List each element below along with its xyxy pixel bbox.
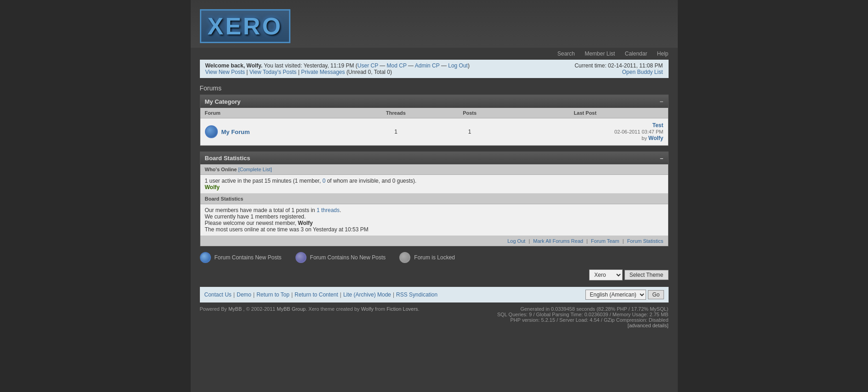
theme-selector-area: Xero Default Select Theme: [200, 269, 669, 280]
collapse-button[interactable]: –: [660, 98, 664, 105]
search-link[interactable]: Search: [557, 50, 575, 57]
legend-locked-label: Forum is Locked: [414, 254, 455, 261]
category-header: My Category –: [200, 95, 668, 108]
stats-collapse-button[interactable]: –: [660, 155, 663, 162]
theme-select[interactable]: Xero Default: [589, 269, 623, 280]
sql-queries-text: SQL Queries: 9 / Global Parsing Time: 0.…: [497, 312, 669, 317]
last-visited: You last visited: Yesterday, 11:19 PM: [264, 62, 354, 69]
new-posts-icon: [200, 252, 211, 263]
legend-area: Forum Contains New Posts Forum Contains …: [200, 252, 669, 263]
stats-title: Board Statistics: [205, 155, 250, 162]
language-select[interactable]: English (American) English (UK): [585, 290, 646, 300]
open-buddy-list-link[interactable]: Open Buddy List: [622, 69, 663, 75]
powered-by-text: Powered By: [200, 306, 227, 312]
welcome-left: Welcome back, Wolfy. You last visited: Y…: [205, 62, 470, 75]
stats-footer: Log Out | Mark All Forums Read | Forum T…: [200, 236, 668, 246]
memberlist-link[interactable]: Member List: [584, 50, 615, 57]
welcome-bar: Welcome back, Wolfy. You last visited: Y…: [200, 60, 669, 78]
legend-new-label: Forum Contains New Posts: [215, 254, 282, 261]
logout-link-footer[interactable]: Log Out: [507, 238, 525, 244]
last-post-date: 02-06-2011 03:47 PM: [614, 129, 663, 134]
table-row: My Forum 1 1 Test 02-06-2011 03:47 PM by…: [200, 118, 668, 146]
locked-icon: [399, 252, 410, 263]
php-info-text: PHP version: 5.2.15 / Server Load: 4.54 …: [497, 317, 669, 323]
legend-new-posts: Forum Contains New Posts: [200, 252, 282, 263]
from-text: from: [375, 306, 385, 312]
stats-newest-text: Please welcome our newest member,: [205, 220, 296, 226]
forum-new-icon: [205, 125, 218, 138]
demo-link[interactable]: Demo: [237, 291, 251, 298]
mark-all-read-link[interactable]: Mark All Forums Read: [533, 238, 583, 244]
last-post-by-label: by: [641, 135, 648, 141]
forum-name-link[interactable]: My Forum: [221, 129, 250, 135]
xero-theme-text: Xero theme created by: [308, 306, 359, 312]
online-user-link[interactable]: Wolfy: [205, 184, 220, 190]
newest-member-link[interactable]: Wolfy: [298, 220, 312, 226]
category-title: My Category: [205, 98, 241, 105]
forum-posts-count: 1: [437, 118, 502, 146]
col-threads: Threads: [355, 108, 437, 118]
rss-link[interactable]: RSS Syndication: [396, 291, 437, 298]
server-info: Generated in 0.0339458 seconds (82.28% P…: [497, 306, 669, 328]
return-to-top-link[interactable]: Return to Top: [256, 291, 289, 298]
forums-heading: Forums: [200, 84, 669, 92]
col-posts: Posts: [437, 108, 502, 118]
calendar-link[interactable]: Calendar: [625, 50, 647, 57]
stats-header: Board Statistics –: [200, 152, 668, 164]
language-selector-area: English (American) English (UK) Go: [585, 290, 664, 300]
view-todays-posts-link[interactable]: View Today's Posts: [250, 69, 297, 75]
admincp-link[interactable]: Admin CP: [415, 62, 440, 69]
forum-last-post: Test 02-06-2011 03:47 PM by Wolfy: [502, 118, 668, 146]
go-button[interactable]: Go: [648, 290, 664, 299]
welcome-text: Welcome back, Wolfy.: [205, 62, 263, 69]
forum-name-cell: My Forum: [200, 118, 355, 146]
help-link[interactable]: Help: [657, 50, 669, 57]
pm-count: (Unread 0, Total 0): [346, 69, 392, 75]
lite-mode-link[interactable]: Lite (Archive) Mode: [343, 291, 391, 298]
generated-text: Generated in 0.0339458 seconds (82.28% P…: [497, 306, 669, 312]
wolfy-link[interactable]: Wolfy: [361, 306, 374, 312]
whos-online-label: Who's Online: [205, 167, 237, 172]
forum-team-link[interactable]: Forum Team: [591, 238, 619, 244]
footer-links-left: Contact Us | Demo | Return to Top | Retu…: [204, 291, 438, 298]
top-navigation: Search Member List Calendar Help: [191, 48, 678, 60]
board-stats-block: Board Statistics – Who's Online [Complet…: [200, 151, 669, 246]
stats-maxusers-text: The most users online at one time was 3 …: [205, 226, 369, 233]
current-time: Current time: 02-14-2011, 11:08 PM: [574, 62, 663, 69]
no-new-posts-icon: [295, 252, 306, 263]
bottom-info: Powered By MyBB , © 2002-2011 MyBB Group…: [200, 306, 669, 328]
col-lastpost: Last Post: [502, 108, 668, 118]
return-to-content-link[interactable]: Return to Content: [295, 291, 338, 298]
current-time-area: Current time: 02-14-2011, 11:08 PM Open …: [574, 62, 663, 75]
threads-link[interactable]: 1 threads: [317, 207, 340, 213]
legend-no-new-posts: Forum Contains No New Posts: [295, 252, 386, 263]
stats-posts-text: Our members have made a total of 1 posts…: [205, 207, 315, 213]
forum-threads-count: 1: [355, 118, 437, 146]
last-post-user-link[interactable]: Wolfy: [648, 135, 663, 141]
select-theme-button[interactable]: Select Theme: [624, 270, 669, 280]
modcp-link[interactable]: Mod CP: [387, 62, 407, 69]
logout-link-top[interactable]: Log Out: [448, 62, 468, 69]
contact-us-link[interactable]: Contact Us: [204, 291, 232, 298]
mybb-group-link[interactable]: MyBB Group: [277, 306, 306, 312]
footer-links-bar: Contact Us | Demo | Return to Top | Retu…: [200, 287, 669, 302]
forum-table: Forum Threads Posts Last Post My Forum 1: [200, 108, 668, 146]
legend-nonew-label: Forum Contains No New Posts: [310, 254, 386, 261]
view-new-posts-link[interactable]: View New Posts: [205, 69, 245, 75]
private-messages-link[interactable]: Private Messages: [301, 69, 345, 75]
online-text1: 1 user active in the past 15 minutes (1 …: [205, 178, 321, 184]
forum-statistics-link[interactable]: Forum Statistics: [627, 238, 664, 244]
logo[interactable]: XERO: [200, 9, 669, 43]
last-post-title-link[interactable]: Test: [652, 122, 664, 129]
mybb-link[interactable]: MyBB: [228, 306, 242, 312]
complete-list-link[interactable]: [Complete List]: [238, 167, 272, 172]
fiction-lovers-link[interactable]: Fiction Lovers: [386, 306, 418, 312]
col-forum: Forum: [200, 108, 355, 118]
invisible-count-link[interactable]: 0: [323, 178, 326, 184]
usercp-link[interactable]: User CP: [357, 62, 378, 69]
advanced-details-link[interactable]: [advanced details]: [628, 323, 669, 328]
board-stats-content: Our members have made a total of 1 posts…: [200, 204, 668, 236]
whos-online-section-header: Who's Online [Complete List]: [200, 164, 668, 175]
legend-locked: Forum is Locked: [399, 252, 455, 263]
whos-online-content: 1 user active in the past 15 minutes (1 …: [200, 175, 668, 194]
